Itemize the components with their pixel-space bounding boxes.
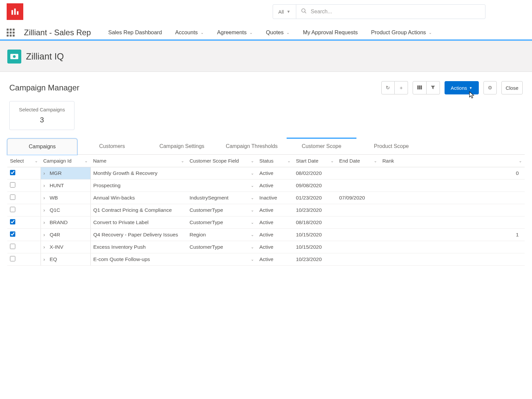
campaign-id: BRAND bbox=[50, 219, 67, 225]
campaign-name: Q1 Contract Pricing & Compliance bbox=[90, 204, 187, 216]
columns-button[interactable] bbox=[413, 81, 427, 94]
tab-product-scope[interactable]: Product Scope bbox=[356, 139, 426, 154]
expand-icon[interactable]: › bbox=[44, 183, 45, 188]
chevron-down-icon[interactable]: ⌄ bbox=[251, 245, 254, 249]
global-search-input[interactable] bbox=[311, 9, 480, 15]
start-date: 10/15/2020 bbox=[293, 229, 336, 241]
nav-label: Sales Rep Dashboard bbox=[108, 29, 162, 36]
start-date: 01/23/2020 bbox=[293, 192, 336, 204]
chevron-down-icon: ⌄ bbox=[331, 159, 334, 163]
expand-icon[interactable]: › bbox=[44, 232, 45, 237]
nav-item-accounts[interactable]: Accounts⌄ bbox=[174, 25, 205, 40]
col-start-date[interactable]: Start Date⌄ bbox=[293, 155, 336, 167]
status: Active bbox=[257, 229, 293, 241]
table-row[interactable]: ›EQE-com Quote Follow-ups⌄Active10/23/20… bbox=[7, 253, 525, 266]
page-title: Zilliant IQ bbox=[26, 52, 64, 62]
expand-icon[interactable]: › bbox=[44, 195, 45, 200]
refresh-button[interactable]: ↻ bbox=[381, 81, 395, 94]
col-rank[interactable]: Rank⌄ bbox=[380, 155, 525, 167]
chevron-down-icon[interactable]: ⌄ bbox=[251, 208, 254, 212]
summary-value: 3 bbox=[40, 116, 44, 124]
svg-point-3 bbox=[302, 9, 305, 12]
chevron-down-icon: ▼ bbox=[287, 9, 291, 14]
row-checkbox[interactable] bbox=[10, 244, 15, 249]
expand-icon[interactable]: › bbox=[44, 220, 45, 225]
expand-icon[interactable]: › bbox=[44, 244, 45, 250]
close-label: Close bbox=[506, 85, 518, 91]
search-scope-dropdown[interactable]: All ▼ bbox=[273, 5, 296, 19]
row-checkbox[interactable] bbox=[10, 207, 15, 212]
nav-item-my-approval-requests[interactable]: My Approval Requests bbox=[302, 25, 359, 40]
svg-point-6 bbox=[13, 55, 16, 58]
nav-item-quotes[interactable]: Quotes⌄ bbox=[265, 25, 291, 40]
expand-icon[interactable]: › bbox=[44, 207, 45, 213]
col-customer-scope-field[interactable]: Customer Scope Field⌄ bbox=[187, 155, 257, 167]
svg-rect-1 bbox=[14, 9, 16, 15]
row-checkbox[interactable] bbox=[10, 219, 15, 224]
plus-icon: ＋ bbox=[399, 85, 404, 91]
table-row[interactable]: ›BRANDConvert to Private LabelCustomerTy… bbox=[7, 216, 525, 229]
row-checkbox[interactable] bbox=[10, 256, 15, 261]
table-row[interactable]: ›Q4RQ4 Recovery - Paper Delivery IssuesR… bbox=[7, 229, 525, 241]
app-launcher-icon[interactable] bbox=[7, 29, 15, 37]
col-status[interactable]: Status⌄ bbox=[257, 155, 293, 167]
close-button[interactable]: Close bbox=[501, 81, 523, 94]
actions-button[interactable]: Actions ▼ bbox=[445, 81, 479, 94]
end-date bbox=[336, 229, 380, 241]
campaign-id: X-INV bbox=[50, 244, 63, 250]
table-row[interactable]: ›HUNTProspecting⌄Active09/08/2020 bbox=[7, 180, 525, 192]
tab-campaigns[interactable]: Campaigns bbox=[7, 139, 77, 155]
chevron-down-icon[interactable]: ⌄ bbox=[251, 171, 254, 176]
rank bbox=[380, 204, 525, 216]
col-select[interactable]: Select⌄ bbox=[7, 155, 41, 167]
expand-icon[interactable]: › bbox=[44, 257, 45, 262]
nav-label: Agreements bbox=[217, 29, 247, 36]
nav-item-sales-rep-dashboard[interactable]: Sales Rep Dashboard bbox=[107, 25, 163, 40]
tab-campaign-settings[interactable]: Campaign Settings bbox=[147, 139, 217, 154]
tab-campaign-thresholds[interactable]: Campaign Thresholds bbox=[217, 139, 287, 154]
col-label: Name bbox=[93, 158, 106, 164]
summary-label: Selected Campaigns bbox=[19, 107, 65, 112]
row-checkbox[interactable] bbox=[10, 182, 15, 188]
row-checkbox[interactable] bbox=[10, 231, 15, 237]
filter-button[interactable] bbox=[427, 81, 440, 94]
status: Active bbox=[257, 241, 293, 253]
table-row[interactable]: ›X-INVExcess Inventory PushCustomerType⌄… bbox=[7, 241, 525, 253]
col-label: Start Date bbox=[296, 158, 319, 164]
settings-button[interactable]: ⚙ bbox=[483, 81, 497, 94]
table-row[interactable]: ›MGRMonthly Growth & Recovery⌄Active08/0… bbox=[7, 167, 525, 180]
add-button[interactable]: ＋ bbox=[395, 81, 408, 94]
chevron-down-icon[interactable]: ⌄ bbox=[251, 257, 254, 262]
row-checkbox[interactable] bbox=[10, 170, 15, 175]
start-date: 10/15/2020 bbox=[293, 241, 336, 253]
chevron-down-icon[interactable]: ⌄ bbox=[251, 220, 254, 225]
end-date bbox=[336, 216, 380, 229]
col-campaign-id[interactable]: Campaign Id⌄ bbox=[41, 155, 90, 167]
nav-item-agreements[interactable]: Agreements⌄ bbox=[216, 25, 254, 40]
scope-field: CustomerType bbox=[190, 244, 223, 250]
chevron-down-icon: ⌄ bbox=[519, 159, 522, 163]
tab-customer-scope[interactable]: Customer Scope bbox=[287, 139, 356, 154]
chevron-down-icon[interactable]: ⌄ bbox=[251, 196, 254, 200]
end-date bbox=[336, 253, 380, 266]
campaign-name: Monthly Growth & Recovery bbox=[90, 167, 187, 180]
col-label: Select bbox=[10, 158, 24, 164]
col-name[interactable]: Name⌄ bbox=[90, 155, 187, 167]
campaign-name: Convert to Private Label bbox=[90, 216, 187, 229]
chevron-down-icon: ⌄ bbox=[84, 159, 88, 163]
tab-customers[interactable]: Customers bbox=[77, 139, 147, 154]
chevron-down-icon[interactable]: ⌄ bbox=[251, 232, 254, 237]
campaign-id: Q4R bbox=[50, 232, 60, 237]
table-row[interactable]: ›Q1CQ1 Contract Pricing & ComplianceCust… bbox=[7, 204, 525, 216]
col-end-date[interactable]: End Date⌄ bbox=[336, 155, 380, 167]
chevron-down-icon[interactable]: ⌄ bbox=[251, 183, 254, 188]
expand-icon[interactable]: › bbox=[44, 171, 45, 176]
scope-field: Region bbox=[190, 232, 206, 238]
nav-item-product-group-actions[interactable]: Product Group Actions⌄ bbox=[370, 25, 433, 40]
brand-logo bbox=[7, 3, 23, 20]
row-checkbox[interactable] bbox=[10, 195, 15, 200]
table-row[interactable]: ›WBAnnual Win-backsIndustrySegment⌄Inact… bbox=[7, 192, 525, 204]
rank bbox=[380, 253, 525, 266]
col-label: Customer Scope Field bbox=[190, 158, 239, 164]
gear-icon: ⚙ bbox=[488, 85, 492, 91]
